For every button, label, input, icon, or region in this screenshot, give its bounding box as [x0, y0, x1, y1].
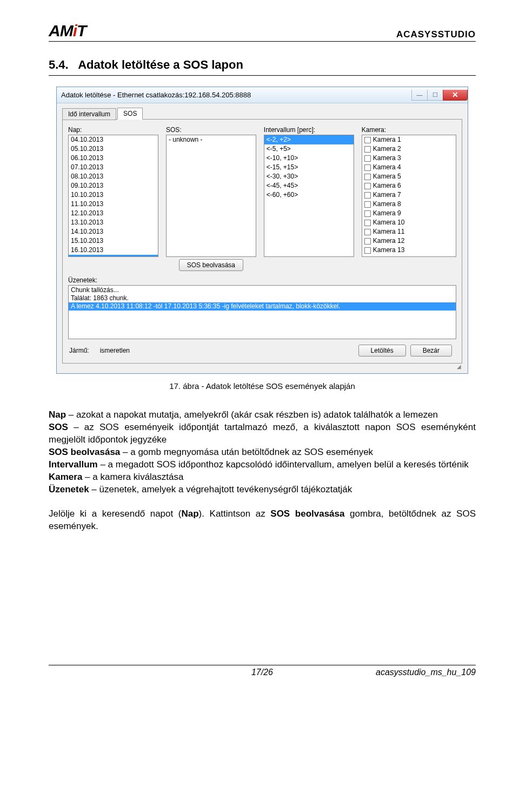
list-item-label: Kamera 2 [373, 145, 401, 153]
section-heading: 5.4. Adatok letöltése a SOS lapon [49, 58, 476, 76]
sos-listbox[interactable]: - unknown - [166, 135, 256, 257]
label-sos: SOS: [166, 126, 256, 134]
instr-1: Jelölje ki a keresendő napot ( [49, 509, 181, 519]
tab-sos[interactable]: SOS [117, 108, 143, 120]
minimize-button[interactable]: — [411, 90, 428, 101]
list-item[interactable]: - unknown - [167, 135, 256, 144]
list-item[interactable]: 04.10.2013 [69, 135, 158, 144]
list-item[interactable]: <-60, +60> [264, 190, 354, 200]
checkbox-icon[interactable] [364, 192, 371, 199]
list-item[interactable]: 10.10.2013 [69, 190, 158, 200]
list-item[interactable]: 08.10.2013 [69, 172, 158, 181]
term-interval: Intervallum [49, 459, 98, 470]
list-item[interactable]: 14.10.2013 [69, 227, 158, 236]
checkbox-icon[interactable] [364, 220, 371, 226]
list-item[interactable]: 17.10.2013 [69, 255, 158, 257]
list-item[interactable]: 15.10.2013 [69, 236, 158, 246]
list-item[interactable]: 16.10.2013 [69, 246, 158, 255]
checkbox-icon[interactable] [364, 155, 371, 162]
checkbox-icon[interactable] [364, 210, 371, 217]
list-item[interactable]: 12.10.2013 [69, 209, 158, 218]
checkbox-icon[interactable] [364, 201, 371, 208]
sos-read-button[interactable]: SOS beolvasása [179, 259, 243, 271]
checkbox-icon[interactable] [364, 164, 371, 171]
list-item[interactable]: Kamera 6 [362, 181, 456, 190]
list-item[interactable]: 09.10.2013 [69, 181, 158, 190]
tab-strip: Idő intervallum SOS [62, 108, 462, 120]
checkbox-icon[interactable] [364, 174, 371, 180]
checkbox-icon[interactable] [364, 183, 371, 189]
messages-listbox[interactable]: Chunk tallózás... Találat: 1863 chunk. A… [68, 285, 456, 339]
interval-listbox[interactable]: <-2, +2><-5, +5><-10, +10><-15, +15><-30… [264, 135, 354, 257]
window-buttons: — ☐ ✕ [412, 90, 468, 101]
message-line: A lemez 4.10.2013 11:08:12 -tól 17.10.20… [69, 302, 456, 311]
page-footer: 17/26 acasysstudio_ms_hu_109 [49, 665, 476, 677]
term-nap: Nap [49, 410, 66, 420]
label-interval: Intervallum [perc]: [264, 126, 354, 134]
checkbox-icon[interactable] [364, 137, 371, 143]
checkbox-icon[interactable] [364, 229, 371, 235]
list-item[interactable]: Kamera 2 [362, 144, 456, 154]
message-line: Találat: 1863 chunk. [69, 294, 456, 302]
list-item[interactable]: 05.10.2013 [69, 144, 158, 154]
list-item[interactable]: Kamera 12 [362, 236, 456, 246]
list-item[interactable]: Kamera 9 [362, 209, 456, 218]
list-item-label: Kamera 3 [373, 154, 401, 162]
logo-dot: i [73, 22, 77, 40]
nap-listbox[interactable]: 04.10.201305.10.201306.10.201307.10.2013… [68, 135, 158, 257]
tab-panel: Nap: 04.10.201305.10.201306.10.201307.10… [62, 119, 462, 364]
label-uzenetek: Üzenetek: [68, 276, 456, 284]
label-nap: Nap: [68, 126, 158, 134]
label-jarmu: Jármű: [69, 347, 89, 354]
dialog-window: Adatok letöltése - Ethernet csatlakozás:… [56, 87, 468, 374]
maximize-button[interactable]: ☐ [427, 90, 443, 101]
resize-grip-icon[interactable]: ◢ [62, 365, 462, 369]
close-dialog-button[interactable]: Bezár [410, 345, 452, 357]
list-item-label: Kamera 8 [373, 200, 401, 208]
list-item[interactable]: 07.10.2013 [69, 163, 158, 172]
list-item[interactable]: Kamera 8 [362, 200, 456, 209]
def-sos-read: – a gomb megnyomása után betöltődnek az … [120, 447, 373, 457]
list-item[interactable]: <-15, +15> [264, 163, 354, 172]
page-number: 17/26 [190, 668, 335, 677]
section-number: 5.4. [49, 58, 69, 71]
list-item[interactable]: <-45, +45> [264, 181, 354, 190]
term-sos: SOS [49, 422, 68, 432]
figure-caption: 17. ábra - Adatok letöltése SOS eseménye… [49, 381, 476, 391]
list-item[interactable]: Kamera 4 [362, 163, 456, 172]
list-item[interactable]: Kamera 5 [362, 172, 456, 181]
list-item-label: Kamera 9 [373, 209, 401, 217]
term-sos-read: SOS beolvasása [49, 447, 120, 457]
close-button[interactable]: ✕ [443, 90, 468, 101]
list-item[interactable]: <-5, +5> [264, 144, 354, 154]
def-sos: – az SOS eseményeik időpontját tartalmaz… [49, 422, 476, 445]
checkbox-icon[interactable] [364, 146, 371, 153]
list-item[interactable]: <-10, +10> [264, 154, 354, 163]
list-item[interactable]: Kamera 10 [362, 218, 456, 227]
list-item[interactable]: Kamera 3 [362, 154, 456, 163]
jarmu-value: ismeretlen [100, 347, 130, 354]
message-line: Chunk tallózás... [69, 286, 456, 294]
instr-nap: Nap [181, 509, 198, 519]
list-item-label: Kamera 11 [373, 228, 405, 236]
download-button[interactable]: Letöltés [358, 345, 406, 357]
description: Nap – azokat a napokat mutatja, amelyekr… [49, 409, 476, 532]
list-item[interactable]: <-2, +2> [264, 135, 354, 144]
list-item-label: Kamera 5 [373, 173, 401, 181]
checkbox-icon[interactable] [364, 247, 371, 254]
list-item[interactable]: 11.10.2013 [69, 200, 158, 209]
list-item[interactable]: Kamera 11 [362, 227, 456, 236]
list-item[interactable]: 13.10.2013 [69, 218, 158, 227]
list-item[interactable]: Kamera 1 [362, 135, 456, 144]
kamera-listbox[interactable]: Kamera 1Kamera 2Kamera 3Kamera 4Kamera 5… [362, 135, 456, 257]
list-item-label: Kamera 10 [373, 219, 405, 227]
list-item[interactable]: 06.10.2013 [69, 154, 158, 163]
tab-ido-intervallum[interactable]: Idő intervallum [62, 108, 116, 120]
logo-t: T [77, 22, 86, 40]
list-item[interactable]: <-30, +30> [264, 172, 354, 181]
logo-text: AM [49, 22, 73, 40]
list-item[interactable]: Kamera 13 [362, 246, 456, 255]
checkbox-icon[interactable] [364, 238, 371, 245]
list-item[interactable]: Kamera 7 [362, 190, 456, 200]
page-header: AMiT ACASYSSTUDIO [49, 22, 476, 42]
